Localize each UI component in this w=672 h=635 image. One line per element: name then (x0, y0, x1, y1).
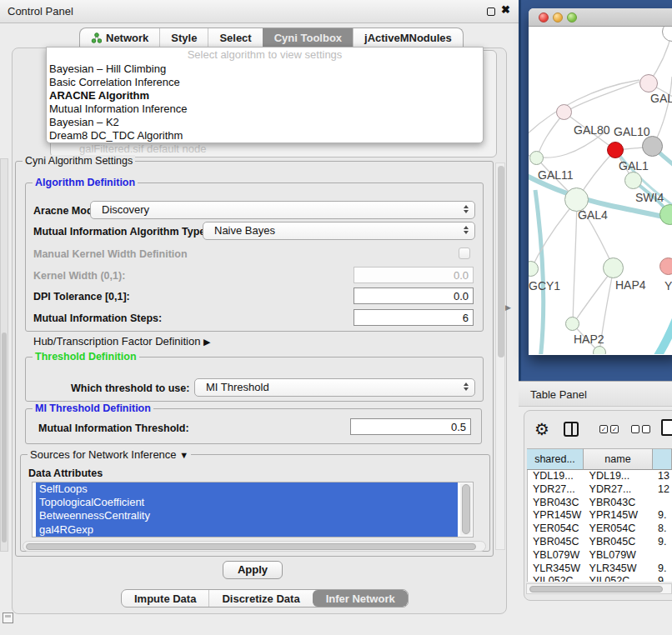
network-node-selected[interactable] (607, 142, 624, 158)
combo-arrows-icon (464, 226, 469, 234)
tab-cyni-toolbox[interactable]: Cyni Toolbox (263, 28, 353, 48)
close-window-button[interactable] (539, 12, 549, 22)
sources-horizontal-scrollbar[interactable] (23, 541, 486, 552)
table-row[interactable]: YDL19...YDL19...13 (528, 470, 672, 483)
dropdown-item[interactable]: Bayesian – Hill Climbing (47, 62, 483, 76)
dpi-tolerance-field[interactable]: 0.0 (354, 288, 474, 304)
show-columns-icon[interactable] (564, 422, 579, 437)
deselect-all-checkbox-icon[interactable] (642, 425, 650, 433)
network-node[interactable] (603, 258, 624, 278)
tab-label: Cyni Toolbox (274, 28, 342, 48)
column-header-shared[interactable]: shared... (527, 448, 584, 470)
table-row[interactable]: YPR145WYPR145W9. (528, 509, 672, 522)
control-panel-title: Control Panel (8, 5, 73, 18)
tab-discretize-data[interactable]: Discretize Data (208, 590, 312, 607)
column-header-name[interactable]: name (584, 448, 653, 470)
table-row[interactable]: YDR27...YDR27...12 (528, 483, 672, 497)
list-vertical-scrollbar[interactable] (460, 483, 472, 536)
group-title: Cyni Algorithm Settings (23, 155, 135, 167)
network-node[interactable] (659, 258, 672, 275)
network-icon (91, 32, 102, 43)
mi-type-select[interactable]: Naive Bayes (203, 222, 475, 240)
kernel-width-field[interactable]: 0.0 (354, 267, 474, 283)
select-all-checkbox-icon[interactable]: ✓ (599, 425, 608, 433)
settings-vertical-scrollbar[interactable] (495, 162, 505, 550)
sources-title: Sources for Network Inference (30, 448, 177, 461)
node-label: GAL11 (538, 168, 574, 182)
splitter-handle-icon[interactable]: ▶ (505, 303, 511, 312)
list-item[interactable]: TopologicalCoefficient (36, 496, 458, 509)
hub-section-label: Hub/Transcription Factor Definition (33, 335, 200, 348)
tab-style[interactable]: Style (159, 28, 208, 48)
table-row[interactable]: YBL079WYBL079W (528, 549, 672, 562)
mi-steps-label: Mutual Information Steps: (33, 312, 162, 324)
combo-arrows-icon (464, 205, 469, 213)
table-panel-title: Table Panel (530, 388, 672, 401)
node-label: GCY1 (529, 279, 560, 292)
node-table[interactable]: YDL19...YDL19...13 YDR27...YDR27...12 YB… (527, 470, 672, 582)
network-node[interactable] (624, 172, 642, 189)
dropdown-item[interactable]: Basic Correlation Inference (47, 76, 483, 89)
table-row[interactable]: YBR045CYBR045C9. (528, 536, 672, 549)
mi-threshold-field[interactable]: 0.5 (350, 418, 471, 435)
network-node[interactable] (639, 74, 658, 92)
table-row[interactable]: YLR345WYLR345W9. (528, 562, 672, 576)
table-row[interactable]: YER054CYER054C8. (528, 522, 672, 536)
group-title: MI Threshold Definition (33, 402, 153, 414)
dropdown-item-selected[interactable]: ARACNE Algorithm (47, 89, 483, 102)
list-item[interactable]: SelfLoops (36, 482, 458, 496)
control-panel-tabs: Network Style Select Cyni Toolbox jActiv… (79, 28, 464, 48)
select-all-checkbox-icon[interactable]: ✓ (610, 425, 619, 433)
table-panel-header: Table Panel (519, 381, 672, 407)
network-canvas[interactable]: GAL GAL80 GAL10 GAL1 GAL11 SWI4 GAL4 GCY… (529, 27, 672, 354)
tab-jactivemnodules[interactable]: jActiveMNodules (353, 28, 463, 48)
manual-kernel-checkbox[interactable] (459, 248, 470, 259)
network-node[interactable] (529, 151, 544, 165)
aracne-mode-select[interactable]: Discovery (90, 201, 475, 219)
dropdown-item[interactable]: Dream8 DC_TDC Algorithm (47, 129, 483, 142)
table-row[interactable]: YIL052CYIL052C9. (528, 575, 672, 582)
list-item[interactable]: gal4RGexp (36, 523, 458, 537)
dropdown-item[interactable]: Bayesian – K2 (47, 116, 483, 129)
sources-toggle[interactable]: Sources for Network Inference ▼ (28, 448, 191, 461)
group-title: Algorithm Definition (33, 177, 138, 188)
apply-button[interactable]: Apply (223, 561, 283, 579)
data-attributes-list[interactable]: SelfLoops TopologicalCoefficient Between… (32, 482, 474, 538)
deselect-all-checkbox-icon[interactable] (631, 425, 639, 433)
network-node[interactable] (556, 104, 572, 120)
minimize-window-button[interactable] (553, 12, 563, 22)
data-attributes-label: Data Attributes (28, 468, 103, 479)
tab-infer-network[interactable]: Infer Network (313, 590, 408, 607)
column-header-partial[interactable] (653, 448, 672, 470)
tab-network[interactable]: Network (80, 28, 159, 48)
dock-panel-icon[interactable] (3, 612, 13, 623)
mi-steps-field[interactable]: 6 (354, 309, 474, 326)
mi-threshold-label: Mutual Information Threshold: (38, 422, 189, 434)
network-window-titlebar[interactable] (529, 8, 672, 27)
expand-down-icon: ▼ (179, 450, 188, 460)
which-threshold-select[interactable]: MI Threshold (194, 378, 475, 397)
close-panel-icon[interactable]: ✖ (501, 3, 510, 16)
dropdown-item[interactable]: Mutual Information Inference (47, 102, 483, 116)
node-label: GAL4 (578, 208, 608, 222)
panel-left-scrollbar[interactable] (0, 158, 8, 552)
node-label: HAP2 (574, 332, 604, 346)
tab-select[interactable]: Select (208, 28, 262, 48)
network-node[interactable] (565, 317, 579, 331)
network-node[interactable] (642, 136, 663, 157)
network-node[interactable] (593, 346, 606, 354)
float-panel-icon[interactable] (487, 8, 495, 16)
list-item[interactable]: BetweennessCentrality (36, 509, 458, 522)
node-label: SWI4 (635, 191, 664, 204)
node-label: GAL (650, 92, 672, 105)
zoom-window-button[interactable] (567, 12, 577, 22)
hub-section-toggle[interactable]: Hub/Transcription Factor Definition ▶ (33, 335, 210, 348)
table-horizontal-scrollbar[interactable] (526, 583, 672, 594)
dpi-tolerance-label: DPI Tolerance [0,1]: (33, 291, 130, 302)
tab-label: Select (219, 28, 251, 48)
table-settings-gear-icon[interactable]: ⚙ (534, 419, 549, 439)
table-row[interactable]: YBR043CYBR043C (528, 497, 672, 510)
export-table-icon[interactable] (661, 419, 672, 436)
mi-type-value: Naive Bayes (214, 224, 275, 237)
tab-impute-data[interactable]: Impute Data (122, 590, 208, 607)
